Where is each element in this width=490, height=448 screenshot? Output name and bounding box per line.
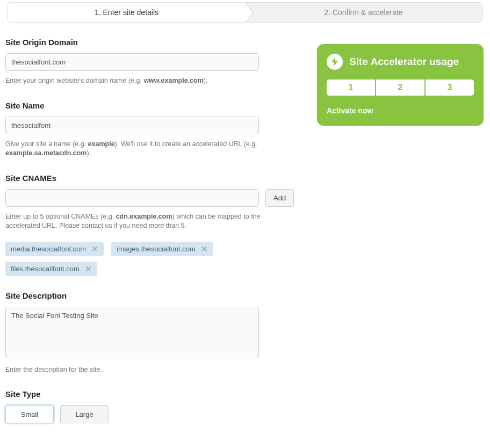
- cname-tag: files.thesocailfont.com ✕: [5, 262, 97, 276]
- site-type-group: Site Type Small Large: [5, 389, 306, 423]
- site-cname-input[interactable]: [5, 189, 259, 207]
- usage-segment-1[interactable]: 1: [327, 80, 375, 96]
- wizard-steps: 1. Enter site details 2. Confirm & accel…: [8, 2, 482, 23]
- step-2-confirm[interactable]: 2. Confirm & accelerate: [245, 3, 482, 22]
- add-cname-button[interactable]: Add: [265, 189, 294, 207]
- usage-segment-3[interactable]: 3: [426, 80, 474, 96]
- remove-cname-icon[interactable]: ✕: [85, 265, 92, 273]
- site-name-help: Give your site a name (e.g. example). We…: [5, 140, 274, 158]
- step-1-enter-details[interactable]: 1. Enter site details: [8, 3, 245, 22]
- site-origin-domain-help: Enter your origin website's domain name …: [5, 76, 274, 86]
- bolt-icon: [327, 54, 343, 70]
- site-description-input[interactable]: [5, 307, 259, 358]
- site-description-help: Enter the description for the site.: [5, 365, 274, 375]
- site-name-input[interactable]: [5, 117, 259, 134]
- site-origin-domain-label: Site Origin Domain: [5, 38, 306, 47]
- usage-segment-2[interactable]: 2: [376, 80, 424, 96]
- site-cnames-group: Site CNAMEs Add Enter up to 5 optional C…: [5, 174, 306, 276]
- site-type-label: Site Type: [5, 389, 306, 399]
- site-accelerator-usage-widget: Site Accelerator usage 1 2 3 Activate no…: [317, 44, 484, 126]
- site-cnames-help: Enter up to 5 optional CNAMEs (e.g. cdn.…: [5, 212, 274, 231]
- cname-tag: media.thesocialfont.com ✕: [5, 242, 104, 256]
- site-origin-domain-input[interactable]: [5, 53, 259, 71]
- activate-now-link[interactable]: Activate now: [327, 106, 474, 115]
- site-name-group: Site Name Give your site a name (e.g. ex…: [5, 101, 306, 158]
- usage-segments: 1 2 3: [327, 80, 474, 96]
- cname-tag-list: media.thesocialfont.com ✕ images.thesoci…: [5, 242, 306, 276]
- cname-tag-label: media.thesocialfont.com: [11, 245, 86, 253]
- site-description-label: Site Description: [5, 291, 306, 300]
- cname-tag: images.thesocialfont.com ✕: [111, 242, 213, 256]
- site-origin-domain-group: Site Origin Domain Enter your origin web…: [5, 38, 306, 86]
- site-description-group: Site Description Enter the description f…: [5, 291, 306, 375]
- cname-tag-label: images.thesocialfont.com: [117, 245, 196, 253]
- site-type-small-button[interactable]: Small: [5, 405, 54, 423]
- remove-cname-icon[interactable]: ✕: [91, 245, 98, 253]
- remove-cname-icon[interactable]: ✕: [201, 245, 208, 253]
- site-type-large-button[interactable]: Large: [60, 405, 109, 423]
- cname-tag-label: files.thesocailfont.com: [11, 265, 80, 273]
- widget-title: Site Accelerator usage: [349, 56, 459, 68]
- site-cnames-label: Site CNAMEs: [5, 174, 306, 183]
- site-name-label: Site Name: [5, 101, 306, 110]
